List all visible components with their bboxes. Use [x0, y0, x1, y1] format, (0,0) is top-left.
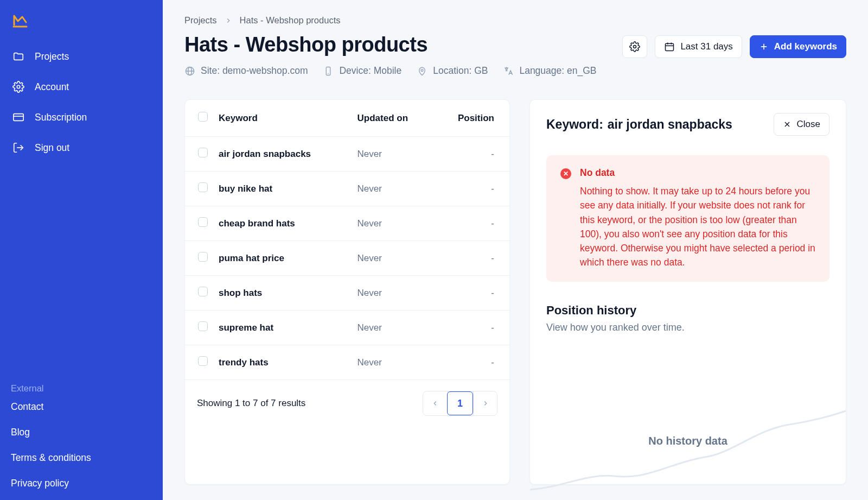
gear-icon	[629, 41, 640, 52]
row-checkbox[interactable]	[198, 252, 208, 262]
row-updated: Never	[358, 276, 441, 311]
row-position: -	[440, 206, 509, 241]
gear-icon	[12, 80, 25, 93]
row-checkbox[interactable]	[198, 148, 208, 157]
breadcrumbs: Projects Hats - Webshop products	[184, 15, 846, 26]
sidebar-nav: Projects Account Subscription Sign out	[11, 42, 152, 162]
meta-location-text: Location: GB	[433, 65, 488, 77]
row-position: -	[440, 172, 509, 206]
folder-icon	[12, 50, 25, 63]
sidebar-item-label: Account	[35, 81, 69, 93]
close-detail-button[interactable]: Close	[774, 113, 829, 136]
ext-link-terms[interactable]: Terms & conditions	[11, 452, 152, 464]
add-keywords-button[interactable]: Add keywords	[750, 35, 846, 58]
add-keywords-text: Add keywords	[774, 41, 837, 52]
detail-title-prefix: Keyword:	[546, 117, 603, 132]
table-row[interactable]: supreme hatNever-	[185, 311, 509, 345]
svg-point-0	[17, 85, 20, 88]
row-keyword: puma hat price	[219, 241, 358, 276]
col-keyword: Keyword	[219, 100, 358, 137]
row-updated: Never	[358, 137, 441, 172]
table-row[interactable]: puma hat priceNever-	[185, 241, 509, 276]
meta-location: Location: GB	[417, 65, 488, 77]
page-title: Hats - Webshop products	[184, 33, 597, 56]
row-keyword: air jordan snapbacks	[219, 137, 358, 172]
table-row[interactable]: cheap brand hatsNever-	[185, 206, 509, 241]
logo	[11, 14, 152, 28]
ext-link-privacy[interactable]: Privacy policy	[11, 478, 152, 489]
header-actions: Last 31 days Add keywords	[622, 35, 846, 58]
table-row[interactable]: buy nike hatNever-	[185, 172, 509, 206]
chevron-right-icon	[225, 17, 232, 24]
row-updated: Never	[358, 311, 441, 345]
language-icon	[503, 66, 514, 77]
svg-rect-11	[666, 43, 674, 50]
date-range-text: Last 31 days	[680, 41, 732, 52]
keywords-table-panel: Keyword Updated on Position air jordan s…	[184, 99, 510, 485]
row-keyword: buy nike hat	[219, 172, 358, 206]
page-number-button[interactable]: 1	[447, 391, 473, 415]
page-next-button[interactable]	[473, 391, 497, 415]
history-subtitle: View how you ranked over time.	[546, 322, 829, 333]
main: Projects Hats - Webshop products Hats - …	[163, 0, 868, 500]
col-updated: Updated on	[358, 100, 441, 137]
breadcrumb-current: Hats - Webshop products	[240, 15, 341, 26]
sidebar-item-label: Subscription	[35, 112, 87, 123]
table-row[interactable]: air jordan snapbacksNever-	[185, 137, 509, 172]
row-checkbox[interactable]	[198, 182, 208, 192]
table-footer: Showing 1 to 7 of 7 results 1	[185, 380, 509, 429]
no-history-text: No history data	[648, 435, 727, 447]
row-checkbox[interactable]	[198, 356, 208, 366]
detail-keyword: air jordan snapbacks	[608, 117, 732, 132]
row-keyword: shop hats	[219, 276, 358, 311]
sidebar-item-label: Sign out	[35, 142, 69, 154]
results-summary: Showing 1 to 7 of 7 results	[197, 398, 305, 409]
keyword-detail-panel: Keyword: air jordan snapbacks Close ✕ No…	[529, 99, 846, 485]
meta-device-text: Device: Mobile	[339, 65, 401, 77]
signout-icon	[12, 141, 25, 154]
row-keyword: trendy hats	[219, 345, 358, 380]
location-icon	[417, 66, 427, 77]
detail-title: Keyword: air jordan snapbacks	[546, 117, 732, 132]
meta-device: Device: Mobile	[323, 65, 401, 77]
row-checkbox[interactable]	[198, 321, 208, 331]
project-settings-button[interactable]	[622, 35, 647, 58]
svg-rect-7	[327, 67, 331, 75]
pagination: 1	[423, 391, 497, 416]
row-position: -	[440, 345, 509, 380]
close-icon	[783, 120, 792, 129]
svg-point-9	[421, 69, 423, 71]
row-position: -	[440, 137, 509, 172]
row-position: -	[440, 311, 509, 345]
sidebar-external: External Contact Blog Terms & conditions…	[11, 383, 152, 489]
row-updated: Never	[358, 172, 441, 206]
row-position: -	[440, 276, 509, 311]
external-label: External	[11, 383, 152, 394]
select-all-checkbox[interactable]	[198, 112, 208, 122]
sidebar-item-subscription[interactable]: Subscription	[11, 103, 152, 131]
row-checkbox[interactable]	[198, 287, 208, 296]
date-range-button[interactable]: Last 31 days	[655, 35, 742, 58]
sidebar-item-projects[interactable]: Projects	[11, 42, 152, 71]
calendar-icon	[664, 41, 675, 52]
table-row[interactable]: trendy hatsNever-	[185, 345, 509, 380]
row-updated: Never	[358, 206, 441, 241]
breadcrumb-root[interactable]: Projects	[184, 15, 217, 26]
table-row[interactable]: shop hatsNever-	[185, 276, 509, 311]
sidebar-item-signout[interactable]: Sign out	[11, 134, 152, 162]
ext-link-blog[interactable]: Blog	[11, 427, 152, 438]
row-keyword: cheap brand hats	[219, 206, 358, 241]
project-meta: Site: demo-webshop.com Device: Mobile Lo…	[184, 65, 597, 77]
page-prev-button[interactable]	[423, 391, 447, 415]
logo-icon	[12, 14, 28, 28]
row-keyword: supreme hat	[219, 311, 358, 345]
row-checkbox[interactable]	[198, 217, 208, 227]
sidebar-item-label: Projects	[35, 51, 69, 62]
card-icon	[12, 111, 25, 124]
keywords-table: Keyword Updated on Position air jordan s…	[185, 100, 509, 380]
ext-link-contact[interactable]: Contact	[11, 401, 152, 413]
error-title: No data	[580, 167, 815, 179]
sidebar-item-account[interactable]: Account	[11, 73, 152, 101]
history-section: Position history View how you ranked ove…	[530, 282, 846, 485]
error-text: Nothing to show. It may take up to 24 ho…	[580, 184, 815, 270]
